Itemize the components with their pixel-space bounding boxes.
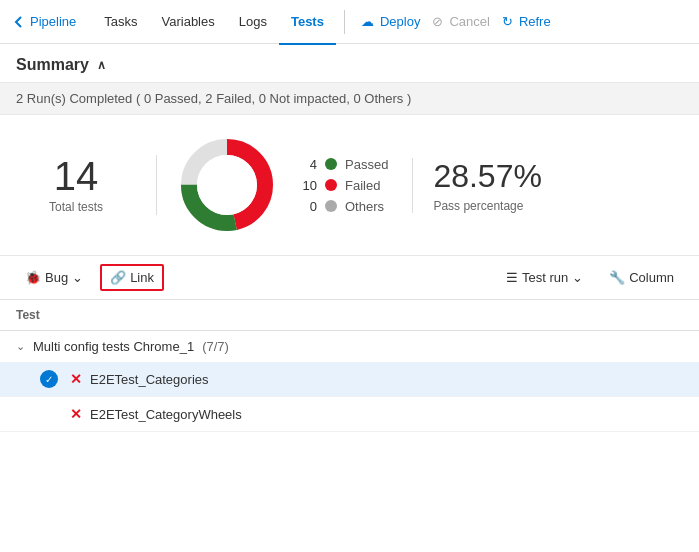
test-name: E2ETest_Categories [90, 372, 209, 387]
table-row[interactable]: ✓ ✕ E2ETest_Categories [0, 362, 699, 397]
nav-item-tests[interactable]: Tests [279, 1, 336, 45]
nav-back-button[interactable]: Pipeline [12, 14, 76, 29]
column-icon: 🔧 [609, 270, 625, 285]
legend-others: 0 Others [297, 199, 388, 214]
others-count: 0 [297, 199, 317, 214]
total-label: Total tests [16, 200, 136, 214]
svg-point-3 [197, 155, 257, 215]
donut-chart [177, 135, 277, 235]
total-number: 14 [16, 156, 136, 196]
row-empty-check [40, 405, 58, 423]
stat-divider-1 [156, 155, 157, 215]
table-row[interactable]: ✕ E2ETest_CategoryWheels [0, 397, 699, 432]
passed-label: Passed [345, 157, 388, 172]
test-run-icon: ☰ [506, 270, 518, 285]
link-label: Link [130, 270, 154, 285]
stats-row: 14 Total tests 4 Passed 10 [0, 115, 699, 256]
donut-area: 4 Passed 10 Failed 0 Others [177, 135, 388, 235]
fail-icon: ✕ [70, 406, 82, 422]
nav-item-variables[interactable]: Variables [150, 1, 227, 45]
chart-legend: 4 Passed 10 Failed 0 Others [297, 157, 388, 214]
deploy-button[interactable]: ☁ Deploy [361, 14, 420, 29]
nav-item-tasks[interactable]: Tasks [92, 1, 149, 45]
passed-count: 4 [297, 157, 317, 172]
test-group[interactable]: ⌄ Multi config tests Chrome_1 (7/7) [0, 331, 699, 362]
bug-label: Bug [45, 270, 68, 285]
group-count: (7/7) [202, 339, 229, 354]
refresh-button[interactable]: ↻ Refre [502, 14, 551, 29]
row-check-icon: ✓ [40, 370, 58, 388]
test-name: E2ETest_CategoryWheels [90, 407, 242, 422]
cancel-button[interactable]: ⊘ Cancel [432, 14, 489, 29]
fail-icon: ✕ [70, 371, 82, 387]
test-run-dropdown-icon: ⌄ [572, 270, 583, 285]
failed-dot [325, 179, 337, 191]
status-text: 2 Run(s) Completed ( 0 Passed, 2 Failed,… [16, 91, 411, 106]
group-chevron-icon: ⌄ [16, 340, 25, 353]
table-header: Test [0, 300, 699, 331]
pass-pct-value: 28.57% [433, 158, 542, 195]
passed-dot [325, 158, 337, 170]
pass-pct-label: Pass percentage [433, 199, 542, 213]
nav-back-label: Pipeline [30, 14, 76, 29]
toolbar-right: ☰ Test run ⌄ 🔧 Column [497, 265, 683, 290]
refresh-icon: ↻ [502, 14, 513, 29]
nav-divider [344, 10, 345, 34]
column-label: Column [629, 270, 674, 285]
cloud-icon: ☁ [361, 14, 374, 29]
top-nav: Pipeline Tasks Variables Logs Tests ☁ De… [0, 0, 699, 44]
toolbar: 🐞 Bug ⌄ 🔗 Link ☰ Test run ⌄ 🔧 Column [0, 256, 699, 300]
table-area: Test ⌄ Multi config tests Chrome_1 (7/7)… [0, 300, 699, 432]
total-tests: 14 Total tests [16, 156, 136, 214]
bug-dropdown-icon: ⌄ [72, 270, 83, 285]
nav-actions: ☁ Deploy ⊘ Cancel ↻ Refre [361, 14, 551, 29]
summary-header: Summary ∧ [0, 44, 699, 82]
test-run-label: Test run [522, 270, 568, 285]
summary-chevron[interactable]: ∧ [97, 58, 106, 72]
status-bar: 2 Run(s) Completed ( 0 Passed, 2 Failed,… [0, 82, 699, 115]
cancel-icon: ⊘ [432, 14, 443, 29]
test-run-button[interactable]: ☰ Test run ⌄ [497, 265, 592, 290]
group-label: Multi config tests Chrome_1 [33, 339, 194, 354]
link-button[interactable]: 🔗 Link [100, 264, 164, 291]
pass-percentage-area: 28.57% Pass percentage [412, 158, 542, 213]
test-column-header: Test [16, 308, 40, 322]
failed-count: 10 [297, 178, 317, 193]
link-icon: 🔗 [110, 270, 126, 285]
legend-failed: 10 Failed [297, 178, 388, 193]
failed-label: Failed [345, 178, 380, 193]
legend-passed: 4 Passed [297, 157, 388, 172]
bug-icon: 🐞 [25, 270, 41, 285]
others-label: Others [345, 199, 384, 214]
others-dot [325, 200, 337, 212]
column-button[interactable]: 🔧 Column [600, 265, 683, 290]
bug-button[interactable]: 🐞 Bug ⌄ [16, 265, 92, 290]
nav-item-logs[interactable]: Logs [227, 1, 279, 45]
summary-title: Summary [16, 56, 89, 74]
